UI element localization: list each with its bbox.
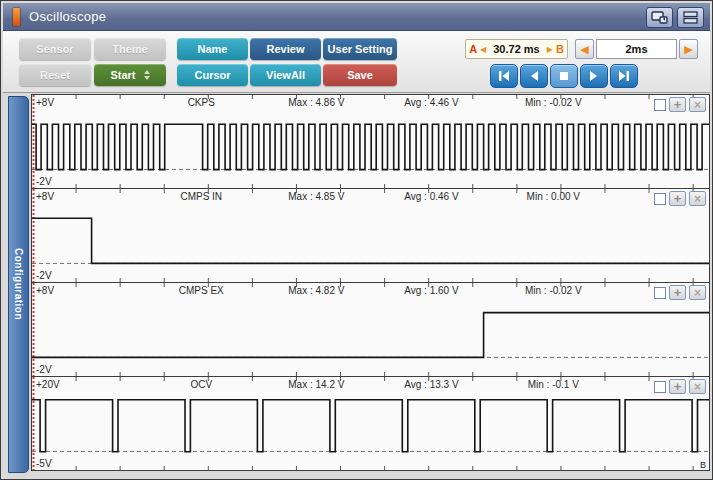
cmps-in-close-button[interactable]: × (689, 191, 706, 206)
reset-button[interactable]: Reset (19, 64, 91, 86)
ckps-select-checkbox[interactable] (654, 99, 666, 111)
end-marker-b: B (700, 460, 706, 470)
cmps-ex-waveform (32, 283, 709, 376)
channel-panel-cmps-ex: +8V CMPS EX Max : 4.82 V Avg : 1.60 V Mi… (31, 282, 710, 377)
play-backward-button[interactable] (520, 64, 548, 88)
title-bar: Oscilloscope (3, 3, 710, 31)
skip-to-start-button[interactable] (490, 64, 518, 88)
cmps-ex-bottom-voltage-label: -2V (36, 364, 52, 375)
cmps-in-bottom-voltage-label: -2V (36, 270, 52, 281)
time-range-value: 30.72 ms (489, 43, 543, 55)
toolbar: Sensor Theme Name Review User Setting Re… (3, 31, 710, 93)
capture-window-icon[interactable] (646, 7, 673, 28)
play-forward-button[interactable] (580, 64, 608, 88)
channel-panels: +8V CKPS Max : 4.86 V Avg : 4.46 V Min :… (31, 94, 710, 471)
ckps-min-value: Min : -0.02 V (525, 97, 582, 108)
ckps-top-voltage-label: +8V (36, 97, 54, 108)
timebase-value: 2ms (596, 39, 677, 59)
layout-list-icon[interactable] (677, 7, 704, 28)
ocv-select-checkbox[interactable] (654, 381, 666, 393)
cmps-in-top-voltage-label: +8V (36, 191, 54, 202)
skip-to-start-icon (495, 69, 513, 83)
ckps-channel-name: CKPS (188, 97, 215, 108)
cmps-in-max-value: Max : 4.85 V (288, 191, 344, 202)
cmps-ex-min-value: Min : -0.02 V (525, 285, 582, 296)
window-title: Oscilloscope (29, 9, 106, 24)
marker-a-label: A (469, 43, 477, 55)
cmps-ex-zoom-plus-button[interactable]: + (669, 285, 686, 300)
cmps-in-select-checkbox[interactable] (654, 193, 666, 205)
ocv-top-voltage-label: +20V (36, 379, 60, 390)
cmps-ex-top-voltage-label: +8V (36, 285, 54, 296)
stop-button[interactable] (550, 64, 578, 88)
layout-list-glyph (683, 11, 698, 24)
stop-icon (555, 69, 573, 83)
play-backward-icon (525, 69, 543, 83)
cmps-in-min-value: Min : 0.00 V (527, 191, 580, 202)
cmps-ex-close-button[interactable]: × (689, 285, 706, 300)
ckps-bottom-voltage-label: -2V (36, 176, 52, 187)
timebase-decrease-button[interactable]: ◀ (575, 39, 594, 59)
cmps-in-avg-value: Avg : 0.46 V (404, 191, 458, 202)
name-button[interactable]: Name (177, 38, 248, 60)
ocv-close-button[interactable]: × (689, 379, 706, 394)
ckps-waveform (32, 95, 709, 188)
time-range-display: A ◀ 30.72 ms ▶ B (465, 39, 568, 59)
marker-b-label: B (556, 43, 564, 55)
cmps-in-zoom-plus-button[interactable]: + (669, 191, 686, 206)
ckps-avg-value: Avg : 4.46 V (404, 97, 458, 108)
theme-button[interactable]: Theme (94, 38, 166, 60)
cmps-in-channel-name: CMPS IN (180, 191, 222, 202)
play-forward-icon (585, 69, 603, 83)
range-right-arrow-icon[interactable]: ▶ (547, 45, 553, 54)
review-button[interactable]: Review (250, 38, 321, 60)
transport-controls (490, 64, 638, 88)
channel-panel-ckps: +8V CKPS Max : 4.86 V Avg : 4.46 V Min :… (31, 94, 710, 189)
start-button-label: Start (110, 69, 135, 81)
sensor-button[interactable]: Sensor (19, 38, 91, 60)
range-left-arrow-icon[interactable]: ◀ (480, 45, 486, 54)
start-spinner-icon[interactable] (144, 70, 150, 80)
viewall-button[interactable]: ViewAll (250, 64, 321, 86)
cmps-ex-channel-name: CMPS EX (179, 285, 224, 296)
skip-to-end-button[interactable] (610, 64, 638, 88)
configuration-tab[interactable]: Configuration (8, 96, 29, 473)
ocv-zoom-plus-button[interactable]: + (669, 379, 686, 394)
ckps-close-button[interactable]: × (689, 97, 706, 112)
ocv-min-value: Min : -0.1 V (528, 379, 579, 390)
cmps-ex-max-value: Max : 4.82 V (288, 285, 344, 296)
ocv-channel-name: OCV (190, 379, 212, 390)
save-button[interactable]: Save (323, 64, 397, 86)
timebase-increase-button[interactable]: ▶ (679, 39, 698, 59)
cursor-button[interactable]: Cursor (177, 64, 248, 86)
ckps-zoom-plus-button[interactable]: + (669, 97, 686, 112)
cmps-ex-select-checkbox[interactable] (654, 287, 666, 299)
user-setting-button[interactable]: User Setting (323, 38, 397, 60)
ocv-bottom-voltage-label: -5V (36, 458, 52, 469)
ckps-max-value: Max : 4.86 V (288, 97, 344, 108)
start-button[interactable]: Start (94, 64, 166, 86)
scope-area: Configuration +8V CKPS Max : 4.86 V Avg … (3, 93, 710, 477)
channel-panel-cmps-in: +8V CMPS IN Max : 4.85 V Avg : 0.46 V Mi… (31, 188, 710, 283)
cmps-in-waveform (32, 189, 709, 282)
cmps-ex-avg-value: Avg : 1.60 V (404, 285, 458, 296)
ocv-avg-value: Avg : 13.3 V (404, 379, 458, 390)
skip-to-end-icon (615, 69, 633, 83)
app-icon (13, 8, 20, 26)
ocv-max-value: Max : 14.2 V (288, 379, 344, 390)
channel-panel-ocv: +20V OCV Max : 14.2 V Avg : 13.3 V Min :… (31, 376, 710, 471)
capture-window-glyph (651, 11, 668, 24)
oscilloscope-window: Oscilloscope Sensor Theme Name Review Us… (0, 0, 713, 480)
ocv-waveform (32, 377, 709, 470)
